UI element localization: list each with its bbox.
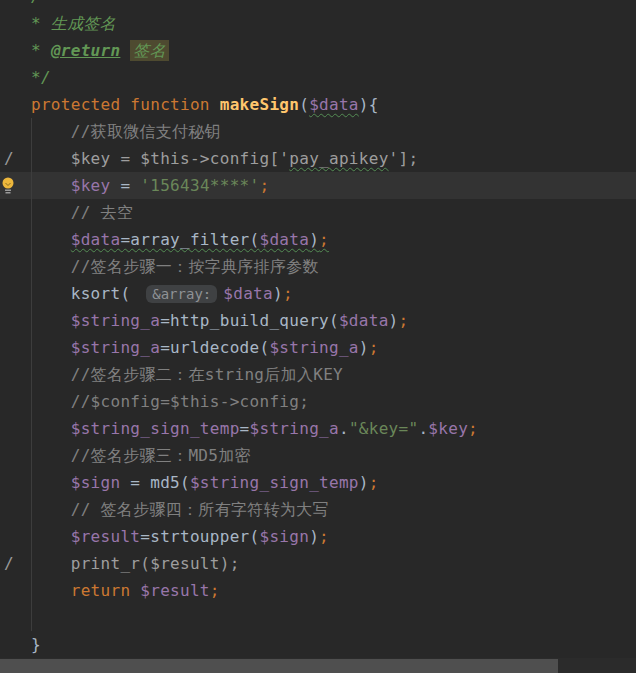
code-token: $sign [71, 473, 121, 492]
code-text: $result=strtoupper($sign); [0, 523, 636, 550]
code-token: ; [319, 230, 329, 249]
code-line[interactable]: //获取微信支付秘钥 [0, 118, 636, 145]
code-token: protected function [31, 95, 220, 114]
code-token: ksort( [31, 284, 140, 303]
code-token: } [31, 635, 41, 654]
code-text: $sign = md5($string_sign_temp); [0, 469, 636, 496]
code-token: ) [389, 311, 399, 330]
code-token: @return [51, 41, 121, 60]
code-line[interactable]: $data=array_filter($data); [0, 226, 636, 253]
code-line[interactable]: / $key = $this->config['pay_apikey']; [0, 145, 636, 172]
code-text: $data=array_filter($data); [0, 226, 636, 253]
code-line[interactable]: //$config=$this->config; [0, 388, 636, 415]
code-token: ) [309, 230, 319, 249]
code-token: ; [259, 176, 269, 195]
code-line[interactable]: return $result; [0, 577, 636, 604]
code-line[interactable]: // 去空 [0, 199, 636, 226]
code-line[interactable]: $sign = md5($string_sign_temp); [0, 469, 636, 496]
code-token [31, 311, 71, 330]
code-token: ; [468, 419, 478, 438]
code-line[interactable]: $string_sign_temp=$string_a."&key=".$key… [0, 415, 636, 442]
intention-bulb-icon[interactable] [1, 176, 17, 195]
code-token: ']; [389, 149, 419, 168]
code-token: ; [210, 581, 220, 600]
code-token: */ [31, 68, 51, 87]
code-token: $string_a [71, 338, 160, 357]
code-line[interactable]: $result=strtoupper($sign); [0, 523, 636, 550]
code-token: * [31, 41, 51, 60]
code-text: * 生成签名 [0, 10, 636, 37]
code-token [31, 473, 71, 492]
code-token: pay_apikey [289, 149, 388, 168]
code-token [31, 581, 71, 600]
code-token: ) [359, 473, 369, 492]
code-token: $data [223, 284, 273, 303]
code-token: = [240, 419, 250, 438]
code-text: //获取微信支付秘钥 [0, 118, 636, 145]
code-lines: /* 生成签名* @return 签名*/protected function … [0, 0, 636, 658]
code-token: //签名步骤二：在string后加入KEY [31, 365, 343, 384]
code-token: * 生成签名 [31, 14, 116, 33]
code-token: / [31, 0, 41, 6]
code-token: = [110, 176, 140, 195]
code-line[interactable]: $string_a=urldecode($string_a); [0, 334, 636, 361]
code-token [120, 41, 130, 60]
code-token [31, 230, 71, 249]
code-token: //获取微信支付秘钥 [31, 122, 221, 141]
code-line[interactable]: // 签名步骤四：所有字符转为大写 [0, 496, 636, 523]
code-line[interactable] [0, 604, 636, 631]
code-line[interactable]: } [0, 631, 636, 658]
code-token: $key [428, 419, 468, 438]
code-token: $sign [259, 527, 309, 546]
code-line[interactable]: / [0, 0, 636, 10]
code-token: 签名 [130, 40, 169, 61]
code-token: print_r($result); [31, 554, 240, 573]
code-text: // 签名步骤四：所有字符转为大写 [0, 496, 636, 523]
code-token: ) [273, 284, 283, 303]
code-token: =strtoupper( [140, 527, 259, 546]
code-token: $result [71, 527, 141, 546]
code-text: $string_sign_temp=$string_a."&key=".$key… [0, 415, 636, 442]
code-token: ( [299, 95, 309, 114]
code-token [31, 419, 71, 438]
code-text: //签名步骤一：按字典序排序参数 [0, 253, 636, 280]
code-token: ; [319, 527, 329, 546]
code-line[interactable]: ksort( &array:$data); [0, 280, 636, 307]
code-token: . [418, 419, 428, 438]
code-token: = md5( [120, 473, 190, 492]
code-editor[interactable]: /* 生成签名* @return 签名*/protected function … [0, 0, 636, 658]
code-line[interactable]: protected function makeSign($data){ [0, 91, 636, 118]
code-token: $data [259, 230, 309, 249]
code-line[interactable]: / print_r($result); [0, 550, 636, 577]
code-token: $string_sign_temp [71, 419, 240, 438]
code-line[interactable]: //签名步骤三：MD5加密 [0, 442, 636, 469]
code-token: $data [71, 230, 121, 249]
code-text: print_r($result); [0, 550, 636, 577]
code-token: // 签名步骤四：所有字符转为大写 [31, 500, 329, 519]
code-token [31, 338, 71, 357]
code-line[interactable]: //签名步骤一：按字典序排序参数 [0, 253, 636, 280]
code-token: $string_a [269, 338, 358, 357]
code-token: $data [309, 95, 359, 114]
code-token: ){ [359, 95, 379, 114]
code-text: // 去空 [0, 199, 636, 226]
code-line[interactable]: * 生成签名 [0, 10, 636, 37]
code-line[interactable]: //签名步骤二：在string后加入KEY [0, 361, 636, 388]
code-line[interactable]: $key = '156434****'; [0, 172, 636, 199]
code-token: ; [399, 311, 409, 330]
code-token: $result [140, 581, 210, 600]
code-line[interactable]: */ [0, 64, 636, 91]
gutter-slash-marker: / [4, 145, 18, 172]
code-token: ; [369, 473, 379, 492]
code-text: //签名步骤三：MD5加密 [0, 442, 636, 469]
code-token: //签名步骤三：MD5加密 [31, 446, 251, 465]
code-token: makeSign [220, 95, 299, 114]
code-text: */ [0, 64, 636, 91]
horizontal-scrollbar[interactable] [0, 658, 636, 673]
code-token: . [339, 419, 349, 438]
scrollbar-thumb[interactable] [0, 659, 558, 673]
code-line[interactable]: $string_a=http_build_query($data); [0, 307, 636, 334]
code-text: //签名步骤二：在string后加入KEY [0, 361, 636, 388]
code-token: $key = $this->config[' [31, 149, 289, 168]
code-line[interactable]: * @return 签名 [0, 37, 636, 64]
